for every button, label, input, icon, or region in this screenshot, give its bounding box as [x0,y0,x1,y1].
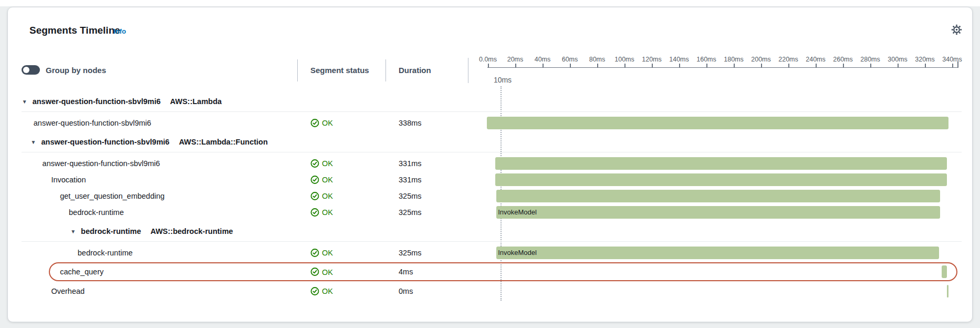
axis-tick [515,64,516,68]
segment-name: cache_query [60,268,103,276]
group-by-nodes-toggle[interactable] [22,65,40,75]
segment-row[interactable]: get_user_question_embeddingOK325ms [8,188,972,204]
duration-bar[interactable] [495,157,947,170]
axis-tick-label: 200ms [751,56,771,63]
duration-bar[interactable] [487,117,948,129]
segment-name: bedrock-runtime [69,208,124,217]
group-header-row[interactable]: ▼answer-question-function-sbvl9mi6AWS::L… [8,131,972,155]
axis-tick [734,64,735,68]
segment-status: OK [310,175,333,184]
status-text: OK [322,192,333,200]
axis-tick-label: 20ms [507,56,524,63]
duration-bar[interactable] [942,265,947,278]
check-circle-icon [310,175,319,184]
group-header-row[interactable]: ▼bedrock-runtimeAWS::bedrock-runtime [8,220,972,244]
axis-tick-label: 320ms [915,56,935,63]
group-by-nodes-label: Group by nodes [46,66,106,75]
segment-duration: 0ms [399,287,413,295]
status-text: OK [322,176,333,184]
axis-tick-label: 300ms [888,56,908,63]
status-text: OK [322,249,333,257]
group-header-row[interactable]: ▼answer-question-function-sbvl9mi6AWS::L… [8,90,972,115]
segment-duration: 325ms [399,192,422,200]
axis-tick [570,64,571,68]
status-text: OK [322,119,333,127]
axis-tick [652,64,653,68]
segment-name: get_user_question_embedding [60,192,164,200]
segment-row[interactable]: cache_queryOK4ms [8,261,972,283]
status-text: OK [322,208,333,217]
group-name: answer-question-function-sbvl9mi6 [41,138,170,146]
segment-status: OK [310,268,333,276]
axis-end-cap [957,62,958,68]
duration-bar[interactable]: InvokeModel [496,247,939,259]
axis-tick-label: 100ms [614,56,634,63]
service-type-label: AWS::bedrock-runtime [151,227,233,235]
timeline-axis: 0.0ms20ms40ms60ms80ms100ms120ms140ms160m… [487,56,963,69]
axis-tick-label: 40ms [535,56,551,63]
segment-name: bedrock-runtime [78,249,133,257]
group-name: bedrock-runtime [81,227,141,235]
axis-tick [952,64,953,68]
axis-tick-label: 120ms [642,56,662,63]
segments-rows: ▼answer-question-function-sbvl9mi6AWS::L… [8,90,972,299]
status-text: OK [322,268,333,276]
group-divider-line [22,241,962,242]
status-text: OK [322,287,333,295]
segment-row[interactable]: OverheadOK0ms [8,283,972,299]
segment-duration: 325ms [399,249,422,257]
group-divider-line [22,111,962,112]
segment-status: OK [310,191,333,200]
axis-tick-label: 140ms [669,56,689,63]
settings-button[interactable] [949,22,964,37]
toggle-knob [23,67,29,73]
axis-tick-label: 60ms [562,56,578,63]
axis-tick-label: 0.0ms [479,56,497,63]
segment-row[interactable]: answer-question-function-sbvl9mi6OK338ms [8,115,972,131]
collapse-triangle-icon[interactable]: ▼ [70,229,76,234]
segment-status: OK [310,248,333,257]
axis-tick [706,64,707,68]
axis-tick [543,64,544,68]
axis-tick [870,64,871,68]
axis-tick [788,64,789,68]
collapse-triangle-icon[interactable]: ▼ [22,99,27,105]
duration-bar[interactable] [495,173,947,186]
segment-status: OK [310,208,333,217]
segment-row[interactable]: bedrock-runtimeOK325msInvokeModel [8,204,972,220]
axis-tick-label: 80ms [589,56,606,63]
axis-tick [761,64,762,68]
segment-name: Invocation [51,176,86,184]
segment-row[interactable]: InvocationOK331ms [8,171,972,188]
segment-duration: 331ms [399,176,422,184]
column-divider [468,58,468,83]
axis-tick [898,64,899,68]
info-link[interactable]: Info [113,27,126,35]
highlight-annotation-box [49,262,957,281]
segment-row[interactable]: answer-question-function-sbvl9mi6OK331ms [8,155,972,171]
segments-timeline-panel: Segments Timeline Info Group by nodes Se… [7,7,973,322]
panel-title: Segments Timeline [29,25,120,36]
segment-name: answer-question-function-sbvl9mi6 [43,159,160,168]
segment-name: Overhead [51,287,85,295]
duration-column-header: Duration [399,66,431,75]
duration-bar[interactable]: InvokeModel [496,206,940,219]
check-circle-icon [310,191,319,200]
axis-tick-label: 280ms [860,56,880,63]
column-divider [297,59,298,81]
axis-tick-label: 220ms [778,56,798,63]
check-circle-icon [310,286,319,295]
segment-status-column-header: Segment status [310,66,369,75]
segment-row[interactable]: bedrock-runtimeOK325msInvokeModel [8,244,972,261]
segment-duration: 338ms [399,119,422,127]
duration-bar[interactable] [947,285,948,298]
service-type-label: AWS::Lambda::Function [179,138,268,146]
axis-tick [925,64,926,68]
check-circle-icon [310,268,319,276]
segment-duration: 4ms [399,268,413,276]
segment-status: OK [310,159,333,168]
duration-bar[interactable] [496,190,940,202]
collapse-triangle-icon[interactable]: ▼ [31,139,36,145]
axis-tick [843,64,844,68]
axis-tick [624,64,625,68]
